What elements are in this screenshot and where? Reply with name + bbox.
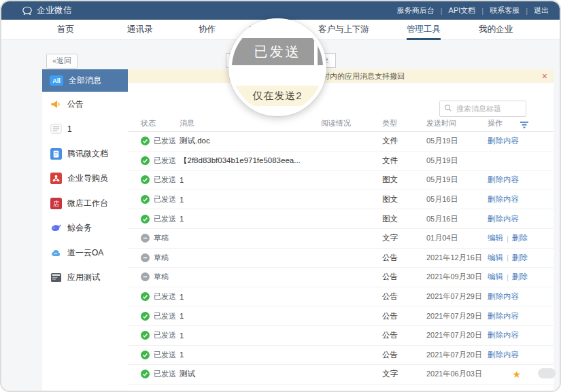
type-cell: 公告 — [382, 311, 426, 321]
action-link[interactable]: 编辑 — [488, 253, 503, 263]
status-label: 已发送 — [154, 214, 176, 224]
type-cell: 图文 — [382, 175, 426, 185]
action-link[interactable]: 删除 — [512, 233, 528, 243]
status-label: 已发送 — [154, 136, 176, 146]
message-panel: 状态消息阅读情况类型发送时间操作 已发送测试.doc文件05月19日删除内容已发… — [128, 83, 554, 391]
wechat-work-bubble-icon — [22, 5, 33, 16]
nav-item-management-tools[interactable]: 管理工具 — [407, 20, 441, 40]
action-link[interactable]: 删除内容 — [488, 194, 519, 204]
topbar-link-api-docs[interactable]: API文档 — [449, 5, 476, 16]
nav-item-contacts[interactable]: 通讯录 — [127, 20, 153, 40]
status-label: 已发送 — [154, 175, 176, 185]
type-cell: 公告 — [382, 253, 426, 263]
magnified-sent-tab: 已发送 — [228, 38, 326, 65]
action-link[interactable]: 删除 — [512, 253, 528, 263]
scrollbar-thumb[interactable] — [538, 368, 556, 378]
action-link[interactable]: 删除 — [512, 272, 528, 282]
action-link[interactable]: 删除内容 — [488, 291, 519, 302]
topbar-link-contact-support[interactable]: 联系客服 — [490, 5, 520, 16]
back-button[interactable]: «返回 — [46, 54, 78, 69]
daoyi-cloud-oa-icon — [50, 247, 62, 259]
date-cell: 2021年07月20日 — [426, 350, 488, 360]
table-row: 已发送1公告2021年07月29日删除内容 — [128, 287, 554, 307]
app-test-icon — [50, 272, 62, 284]
message-cell[interactable]: 1 — [180, 332, 321, 340]
sidebar-item-all-messages[interactable]: All全部消息 — [42, 69, 128, 92]
message-cell[interactable]: 1 — [180, 215, 321, 223]
nav-item-home[interactable]: 首页 — [57, 20, 74, 40]
type-cell: 公告 — [382, 330, 426, 340]
date-cell: 05月16日 — [426, 214, 488, 224]
search-icon — [444, 103, 452, 115]
sidebar-item-label: 微店工作台 — [67, 198, 108, 209]
separator: | — [526, 7, 528, 15]
filter-icon[interactable] — [520, 120, 529, 132]
message-cell[interactable]: 1 — [180, 312, 321, 320]
nav-item-customers-updownstream[interactable]: 客户与上下游 — [318, 20, 369, 40]
app-title: 企业微信 — [37, 5, 72, 16]
date-cell: 05月19日 — [426, 175, 488, 185]
type-cell: 公告 — [382, 291, 426, 302]
announcements-icon — [50, 98, 62, 110]
app-logo[interactable]: 企业微信 — [22, 1, 72, 20]
operations-cell: 编辑|删除 — [488, 233, 554, 243]
action-link[interactable]: 编辑 — [488, 272, 503, 282]
search-box[interactable] — [439, 101, 526, 117]
sidebar-item-whale-meeting[interactable]: 鲸会务 — [42, 216, 128, 241]
action-link[interactable]: 删除内容 — [488, 214, 519, 224]
status-label: 草稿 — [154, 253, 169, 263]
separator: | — [441, 7, 443, 15]
message-cell[interactable]: 【2f8d83bf034b1e971fe5083eea... — [180, 156, 321, 166]
action-link[interactable]: 删除内容 — [488, 350, 519, 360]
status-cell: 草稿 — [141, 233, 180, 243]
type-cell: 文件 — [382, 156, 426, 166]
action-link[interactable]: 删除内容 — [488, 136, 519, 146]
sidebar-item-weidian-workbench[interactable]: 店微店工作台 — [42, 191, 128, 216]
action-separator: | — [507, 234, 509, 243]
table-row: 已发送1图文05月16日删除内容 — [128, 190, 554, 210]
sent-check-icon — [141, 195, 150, 204]
sidebar-item-app-test[interactable]: 应用测试 — [42, 266, 128, 291]
action-link[interactable]: 删除内容 — [488, 330, 519, 340]
date-cell: 05月19日 — [426, 156, 488, 166]
message-cell[interactable]: 测试.doc — [180, 136, 321, 146]
table-row: 已发送1公告2021年07月20日删除内容 — [128, 346, 554, 366]
table-row: 已发送1公告2021年07月29日删除内容 — [128, 306, 554, 326]
message-cell[interactable]: 1 — [180, 293, 321, 301]
close-icon[interactable]: × — [542, 70, 547, 82]
status-cell: 已发送 — [141, 175, 180, 185]
topbar-link-logout[interactable]: 退出 — [534, 5, 549, 16]
message-cell[interactable]: 测试 — [180, 369, 321, 379]
nav-item-my-enterprise[interactable]: 我的企业 — [479, 20, 513, 40]
type-cell: 公告 — [382, 272, 426, 282]
topbar-link-provider-console[interactable]: 服务商后台 — [397, 5, 435, 16]
action-link[interactable]: 删除内容 — [488, 175, 519, 185]
table-row: 已发送1图文05月19日删除内容 — [128, 171, 554, 190]
sidebar-item-tencent-docs[interactable]: 腾讯微文档 — [42, 141, 128, 166]
table-row: 草稿文字01月04日编辑|删除 — [128, 229, 554, 249]
sidebar-item-daoyi-cloud-oa[interactable]: 道一云OA — [42, 240, 128, 266]
star-icon[interactable]: ★ — [512, 370, 521, 379]
message-cell[interactable]: 1 — [180, 196, 321, 204]
draft-icon — [141, 272, 150, 281]
sidebar-item-enterprise-shopping-guide[interactable]: 企业导购员 — [42, 166, 128, 192]
action-link[interactable]: 编辑 — [488, 233, 503, 243]
type-cell: 文字 — [382, 369, 426, 379]
message-cell[interactable]: 1 — [180, 351, 321, 359]
status-label: 已发送 — [154, 156, 176, 166]
nav-item-collaboration[interactable]: 协作 — [199, 20, 216, 40]
date-cell: 2021年09月30日 — [426, 272, 488, 282]
sidebar-item-announcements[interactable]: 公告 — [42, 92, 128, 117]
search-input[interactable] — [455, 104, 522, 113]
table-row: 已发送1图文05月16日删除内容 — [128, 209, 554, 229]
status-cell: 已发送 — [141, 136, 180, 146]
table-row: 已发送1公告2021年07月20日删除内容 — [128, 326, 554, 346]
sidebar-item-label: 全部消息 — [69, 75, 101, 86]
message-cell[interactable]: 1 — [180, 176, 321, 184]
sidebar-item-label: 1 — [67, 124, 72, 134]
sidebar-item-folder-1[interactable]: 1 — [42, 117, 128, 142]
operations-cell: 删除内容 — [488, 330, 554, 340]
magnified-tab-label: 已发送 — [254, 43, 301, 61]
sidebar-item-label: 应用测试 — [67, 272, 100, 283]
action-link[interactable]: 删除内容 — [488, 311, 519, 321]
